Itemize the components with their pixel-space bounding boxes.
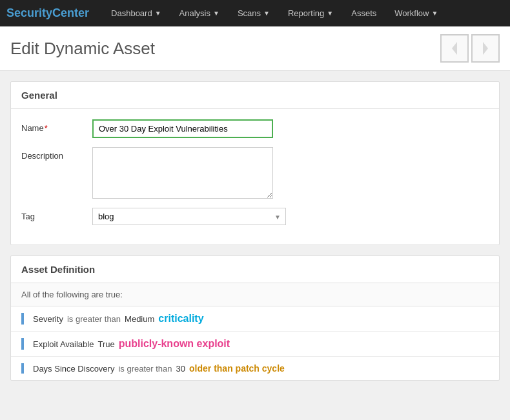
cond-severity-value: Medium: [125, 314, 154, 324]
navbar: SecurityCenter Dashboard ▼ Analysis ▼ Sc…: [0, 0, 510, 26]
description-input[interactable]: [92, 147, 273, 199]
analysis-dropdown-arrow: ▼: [213, 10, 219, 17]
header-icon-right[interactable]: [471, 34, 500, 63]
brand-logo: SecurityCenter: [6, 6, 89, 20]
tag-select[interactable]: blog production staging test: [92, 208, 286, 225]
name-input[interactable]: [92, 119, 273, 138]
cond-patch-tag: older than patch cycle: [189, 363, 285, 374]
name-field-group: Name: [21, 119, 489, 138]
nav-assets[interactable]: Assets: [342, 0, 385, 26]
header-icon-left[interactable]: [440, 34, 469, 63]
nav-left-icon: [445, 39, 464, 57]
nav-analysis[interactable]: Analysis ▼: [170, 0, 229, 26]
brand-name: SecurityCenter: [6, 6, 89, 19]
cond-exploit-tag: publicly-known exploit: [119, 338, 230, 350]
tag-label: Tag: [21, 208, 92, 221]
nav-workflow[interactable]: Workflow ▼: [385, 0, 447, 26]
page-header: Edit Dynamic Asset: [0, 26, 510, 71]
nav-right-icon: [476, 39, 495, 57]
cond-days-op: is greater than: [118, 364, 172, 374]
reporting-dropdown-arrow: ▼: [327, 10, 333, 17]
nav-reporting[interactable]: Reporting ▼: [279, 0, 342, 26]
main-content: General Name Description Tag blog produc…: [0, 71, 510, 401]
cond-severity-op: is greater than: [67, 314, 121, 324]
asset-definition-body: All of the following are true: Severity …: [11, 283, 499, 380]
asset-definition-card: Asset Definition All of the following ar…: [10, 255, 500, 381]
name-label: Name: [21, 119, 92, 133]
condition-row-days: Days Since Discovery is greater than 30 …: [11, 357, 499, 380]
tag-select-wrapper: blog production staging test: [92, 208, 286, 225]
general-card: General Name Description Tag blog produc…: [10, 81, 500, 245]
cond-exploit-value: True: [97, 339, 114, 349]
nav-scans[interactable]: Scans ▼: [229, 0, 279, 26]
workflow-dropdown-arrow: ▼: [431, 10, 438, 17]
nav-dashboard[interactable]: Dashboard ▼: [102, 0, 170, 26]
header-icons: [440, 34, 500, 63]
scans-dropdown-arrow: ▼: [263, 10, 270, 17]
cond-severity-field: Severity: [33, 314, 63, 324]
cond-days-field: Days Since Discovery: [33, 364, 114, 374]
condition-header: All of the following are true:: [11, 283, 499, 306]
cond-exploit-field: Exploit Available: [33, 339, 94, 349]
general-card-body: Name Description Tag blog production sta…: [11, 109, 499, 245]
condition-bar: [21, 313, 24, 325]
svg-marker-0: [452, 42, 457, 55]
nav-items: Dashboard ▼ Analysis ▼ Scans ▼ Reporting…: [102, 0, 504, 26]
asset-definition-title: Asset Definition: [11, 256, 499, 283]
description-label: Description: [21, 147, 92, 161]
tag-field-group: Tag blog production staging test: [21, 208, 489, 225]
condition-bar-2: [21, 338, 24, 350]
page-title: Edit Dynamic Asset: [10, 39, 155, 59]
general-section-title: General: [11, 82, 499, 109]
dashboard-dropdown-arrow: ▼: [155, 10, 161, 17]
svg-marker-1: [483, 42, 488, 55]
condition-bar-3: [21, 363, 24, 374]
condition-row-exploit: Exploit Available True publicly-known ex…: [11, 332, 499, 357]
cond-criticality-tag: criticality: [158, 313, 203, 325]
description-field-group: Description: [21, 147, 489, 199]
cond-days-value: 30: [176, 364, 185, 374]
condition-row-severity: Severity is greater than Medium critical…: [11, 306, 499, 332]
